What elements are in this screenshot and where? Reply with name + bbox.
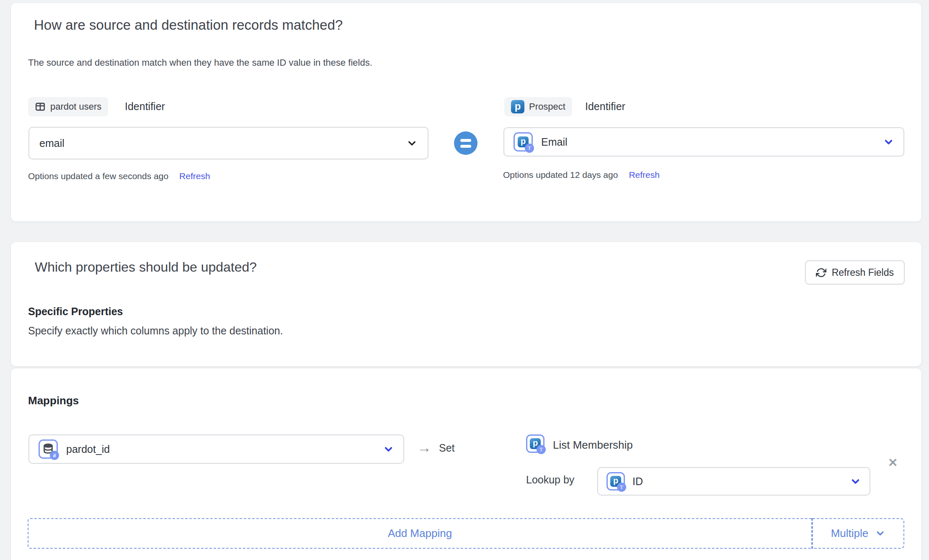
text-type-badge: T: [537, 445, 546, 454]
source-model-badge: pardot users: [28, 97, 108, 116]
refresh-fields-button[interactable]: Refresh Fields: [805, 260, 905, 285]
number-type-badge: #: [50, 451, 59, 460]
destination-object-badge: p Prospect: [504, 97, 572, 116]
table-icon: [35, 101, 46, 112]
mapping-destination-label: List Membership: [553, 439, 633, 452]
source-options-updated-row: Options updated a few seconds ago Refres…: [28, 171, 210, 181]
lookup-by-select[interactable]: p T ID: [597, 467, 870, 496]
multiple-mapping-dropdown-button[interactable]: Multiple: [812, 518, 904, 549]
chevron-down-icon: [875, 528, 885, 539]
source-identifier-label: Identifier: [125, 100, 165, 113]
refresh-icon: [816, 267, 826, 278]
destination-options-updated-text: Options updated 12 days ago: [503, 170, 618, 180]
source-identifier-value: email: [39, 137, 65, 149]
refresh-fields-label: Refresh Fields: [832, 267, 894, 278]
specific-properties-description: Specify exactly which columns apply to t…: [28, 325, 283, 337]
pardot-text-field-icon: p T: [606, 472, 625, 491]
text-type-badge: T: [617, 483, 626, 492]
pardot-text-field-icon: p T: [514, 132, 533, 152]
text-type-badge: T: [525, 144, 534, 153]
pardot-logo-icon: p: [511, 100, 524, 113]
mapping-source-select[interactable]: # pardot_id: [28, 434, 404, 464]
destination-object-badge-label: Prospect: [529, 101, 565, 112]
specific-properties-heading: Specific Properties: [28, 306, 123, 318]
match-card: How are source and destination records m…: [11, 3, 921, 221]
destination-refresh-link[interactable]: Refresh: [629, 170, 660, 180]
sync-configuration-page: How are source and destination records m…: [0, 0, 929, 560]
chevron-down-icon: [850, 476, 861, 487]
properties-card: Which properties should be updated? Refr…: [11, 242, 921, 366]
add-mapping-label: Add Mapping: [388, 527, 452, 540]
chevron-down-icon: [406, 138, 418, 149]
source-options-updated-text: Options updated a few seconds ago: [28, 171, 168, 181]
source-identifier-select[interactable]: email: [28, 127, 428, 159]
multiple-label: Multiple: [831, 527, 869, 540]
lookup-by-value: ID: [632, 475, 643, 488]
properties-card-title: Which properties should be updated?: [35, 259, 257, 275]
chevron-down-icon: [883, 136, 894, 148]
match-card-subtitle: The source and destination match when th…: [28, 57, 372, 68]
mappings-card: Mappings # pardot_id → Set p T List Memb…: [11, 368, 921, 560]
arrow-right-icon: →: [417, 440, 431, 455]
destination-identifier-label: Identifier: [585, 100, 625, 113]
mappings-heading: Mappings: [28, 394, 79, 407]
destination-options-updated-row: Options updated 12 days ago Refresh: [503, 170, 660, 180]
database-number-field-icon: #: [39, 439, 58, 459]
mapping-source-value: pardot_id: [66, 443, 110, 455]
equals-icon: [454, 131, 477, 155]
mapping-operation-label: Set: [439, 442, 455, 454]
source-model-badge-label: pardot users: [50, 101, 101, 112]
remove-mapping-button[interactable]: ✕: [888, 457, 898, 469]
destination-identifier-value: Email: [541, 136, 568, 148]
destination-identifier-select[interactable]: p T Email: [503, 127, 904, 157]
add-mapping-button[interactable]: Add Mapping: [28, 518, 812, 549]
source-refresh-link[interactable]: Refresh: [179, 171, 210, 181]
pardot-text-field-icon: p T: [526, 434, 544, 453]
match-card-title: How are source and destination records m…: [34, 17, 343, 33]
chevron-down-icon: [383, 444, 394, 455]
lookup-by-label: Lookup by: [526, 474, 574, 486]
